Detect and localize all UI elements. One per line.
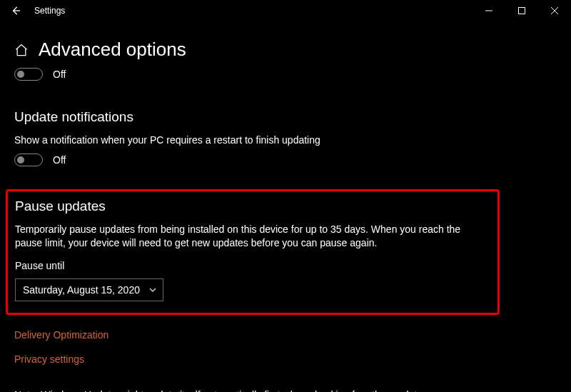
privacy-settings-link[interactable]: Privacy settings — [14, 353, 84, 365]
pause-until-label: Pause until — [15, 260, 490, 271]
svg-rect-0 — [519, 8, 525, 14]
update-note: Note: Windows Update might update itself… — [14, 389, 557, 392]
close-icon — [551, 7, 558, 14]
page-header: Advanced options — [14, 39, 557, 61]
pause-until-value: Saturday, August 15, 2020 — [23, 284, 140, 296]
window-controls — [473, 0, 571, 21]
titlebar: Settings — [0, 0, 571, 21]
back-button[interactable] — [6, 1, 26, 21]
update-notifications-toggle[interactable] — [14, 154, 43, 166]
advanced-options-toggle[interactable] — [14, 68, 43, 81]
pause-updates-section: Pause updates Temporarily pause updates … — [6, 189, 500, 315]
advanced-options-toggle-label: Off — [53, 69, 66, 80]
back-arrow-icon — [11, 6, 21, 16]
chevron-down-icon — [148, 286, 157, 294]
update-notifications-toggle-row: Off — [14, 154, 557, 166]
delivery-optimization-link[interactable]: Delivery Optimization — [14, 329, 108, 341]
update-notifications-title: Update notifications — [14, 109, 557, 125]
minimize-icon — [485, 7, 492, 14]
update-notifications-toggle-label: Off — [53, 154, 66, 166]
pause-until-select[interactable]: Saturday, August 15, 2020 — [15, 278, 163, 301]
advanced-options-toggle-row: Off — [14, 68, 557, 81]
window-title: Settings — [26, 6, 65, 16]
maximize-icon — [518, 7, 525, 14]
update-notifications-desc: Show a notification when your PC require… — [14, 134, 557, 146]
home-icon — [14, 43, 29, 57]
pause-updates-title: Pause updates — [15, 198, 490, 214]
maximize-button[interactable] — [505, 0, 538, 21]
page-content: Advanced options Off Update notification… — [0, 21, 571, 392]
minimize-button[interactable] — [473, 0, 505, 21]
close-button[interactable] — [538, 0, 571, 21]
page-title: Advanced options — [39, 39, 186, 61]
pause-updates-desc: Temporarily pause updates from being ins… — [15, 223, 486, 250]
